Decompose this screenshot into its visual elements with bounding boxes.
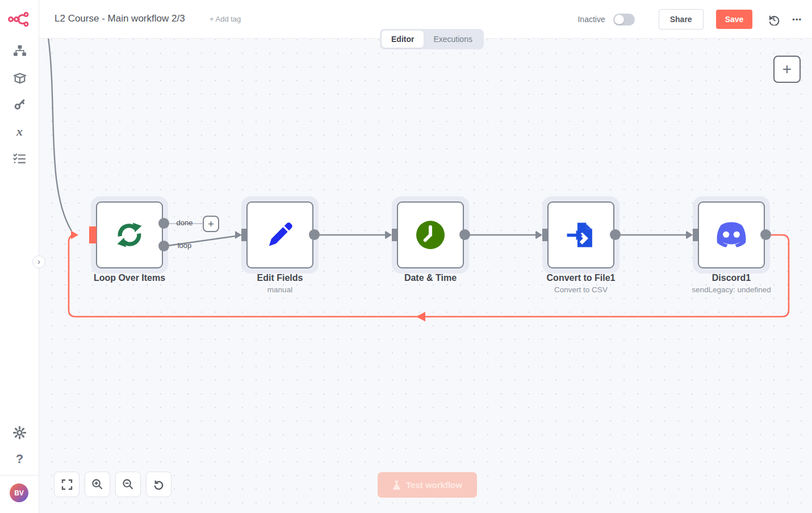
add-tag-button[interactable]: + Add tag — [210, 15, 241, 23]
zoom-out-button[interactable] — [115, 472, 141, 497]
node-date-time: Date & Time — [397, 201, 464, 268]
output-port[interactable] — [459, 229, 470, 240]
node-subtitle: sendLegacy: undefined — [669, 285, 794, 294]
port-label-loop: loop — [172, 241, 197, 250]
workflow-title[interactable]: L2 Course - Main workflow 2/3 — [55, 13, 185, 24]
test-workflow-label: Test workflow — [406, 480, 462, 490]
sidebar-workflows-icon[interactable] — [0, 41, 39, 61]
output-port-loop[interactable] — [158, 241, 169, 251]
output-port[interactable] — [610, 229, 621, 240]
sidebar-templates-icon[interactable] — [0, 68, 39, 87]
node-subtitle: manual — [217, 285, 342, 294]
input-arrow — [536, 231, 542, 239]
sidebar-collapse-chevron-icon[interactable]: › — [32, 255, 45, 268]
help-icon[interactable]: ? — [0, 449, 39, 469]
loop-icon — [114, 221, 145, 249]
input-arrow — [687, 231, 693, 239]
pencil-icon — [265, 220, 295, 250]
flask-icon — [392, 480, 401, 490]
tab-editor[interactable]: Editor — [382, 31, 424, 48]
file-import-icon — [566, 221, 596, 249]
output-port[interactable] — [309, 229, 320, 240]
reset-icon — [153, 478, 165, 490]
output-port[interactable] — [760, 229, 771, 240]
input-port[interactable] — [89, 226, 97, 243]
zoom-to-fit-button[interactable] — [54, 472, 79, 497]
output-port-done[interactable] — [158, 218, 169, 229]
workflow-canvas[interactable]: done loop + Loop Over Items — [39, 39, 812, 513]
node-edit-fields: Edit Fields manual — [246, 201, 313, 268]
node-discord: Discord1 sendLegacy: undefined — [698, 201, 765, 268]
sidebar-divider — [0, 475, 39, 476]
fit-view-icon — [61, 479, 73, 490]
add-node-button[interactable]: + — [773, 56, 801, 83]
node-title: Loop Over Items — [67, 273, 192, 283]
node-loop-over-items: Loop Over Items — [96, 201, 163, 268]
node-subtitle: Convert to CSV — [518, 285, 643, 294]
node-title: Discord1 — [669, 273, 794, 283]
sidebar-credentials-icon[interactable] — [0, 95, 39, 114]
input-port[interactable] — [241, 229, 246, 241]
tab-executions[interactable]: Executions — [424, 31, 482, 48]
add-node-from-done-button[interactable]: + — [203, 216, 219, 232]
toggle-knob — [614, 15, 624, 24]
zoom-in-button[interactable] — [85, 472, 110, 497]
sidebar-variables-icon[interactable]: x — [0, 122, 39, 141]
input-port[interactable] — [693, 229, 698, 241]
port-label-done: done — [172, 218, 197, 227]
status-label: Inactive — [577, 15, 605, 24]
node-convert-to-file: Convert to File1 Convert to CSV — [547, 201, 614, 268]
avatar[interactable]: BV — [10, 483, 28, 502]
input-arrow — [386, 231, 392, 239]
node-title: Date & Time — [368, 273, 493, 283]
share-button[interactable]: Share — [659, 9, 704, 30]
more-menu-icon[interactable]: ••• — [792, 15, 802, 24]
zoom-in-icon — [91, 478, 103, 490]
node-title: Edit Fields — [217, 273, 342, 283]
canvas-controls — [54, 472, 171, 497]
test-workflow-button[interactable]: Test workflow — [378, 472, 477, 498]
settings-gear-icon[interactable] — [0, 423, 39, 442]
input-port[interactable] — [392, 229, 397, 241]
input-port[interactable] — [542, 229, 547, 241]
reset-zoom-button[interactable] — [146, 472, 171, 497]
n8n-logo-icon[interactable] — [8, 10, 32, 28]
view-tabs: Editor Executions — [380, 29, 484, 49]
sidebar: x ? BV — [0, 0, 39, 513]
active-toggle[interactable] — [613, 14, 635, 26]
sidebar-executions-icon[interactable] — [0, 149, 39, 168]
discord-icon — [714, 221, 749, 249]
zoom-out-icon — [122, 478, 134, 490]
clock-icon — [416, 221, 445, 249]
input-arrow — [235, 231, 241, 239]
history-icon[interactable] — [766, 12, 781, 27]
save-button[interactable]: Save — [716, 10, 753, 29]
node-title: Convert to File1 — [518, 273, 643, 283]
